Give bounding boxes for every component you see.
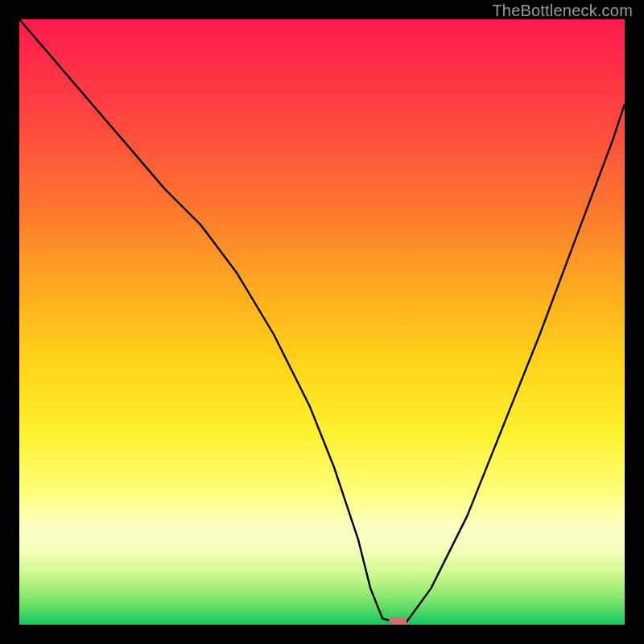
bottleneck-curve-line <box>19 19 625 621</box>
bottleneck-chart <box>19 19 625 625</box>
plot-area <box>19 19 625 625</box>
attribution-text: TheBottleneck.com <box>492 2 633 20</box>
optimal-point-marker <box>389 617 407 625</box>
